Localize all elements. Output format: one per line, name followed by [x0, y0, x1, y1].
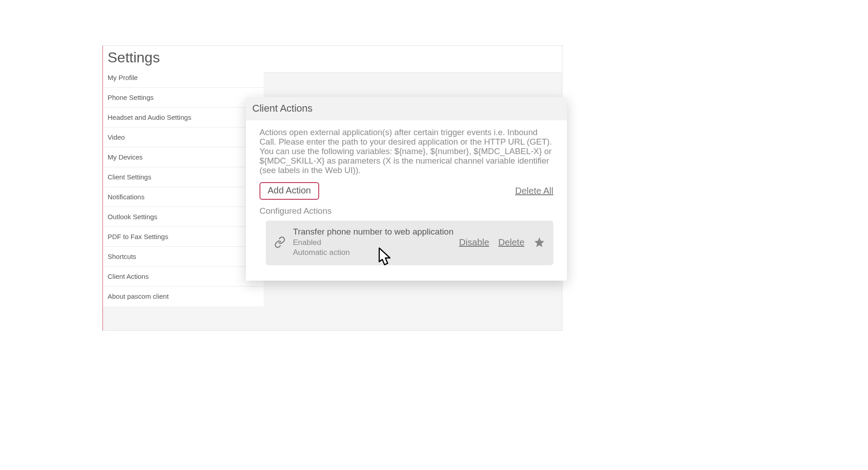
client-actions-panel: Client Actions Actions open external app… [246, 97, 567, 281]
sidebar-item-label: PDF to Fax Settings [108, 233, 168, 240]
sidebar-item-shortcuts[interactable]: Shortcuts [103, 247, 264, 267]
sidebar-item-my-devices[interactable]: My Devices [103, 147, 264, 167]
panel-title: Client Actions [246, 97, 567, 120]
sidebar-item-label: Shortcuts [108, 253, 136, 260]
sidebar-item-label: Outlook Settings [108, 213, 157, 221]
sidebar-item-client-actions[interactable]: Client Actions [103, 267, 264, 287]
sidebar-item-about[interactable]: About pascom client [103, 287, 264, 306]
sidebar-item-pdf-fax[interactable]: PDF to Fax Settings [103, 227, 264, 247]
sidebar-item-client-settings[interactable]: Client Settings [103, 167, 264, 187]
sidebar-item-label: My Profile [108, 74, 138, 81]
sidebar-item-outlook-settings[interactable]: Outlook Settings [103, 207, 264, 227]
sidebar-item-video[interactable]: Video [103, 127, 264, 147]
delete-all-link[interactable]: Delete All [515, 186, 554, 196]
sidebar-item-label: My Devices [108, 153, 143, 161]
page-title: Settings [108, 49, 557, 66]
sidebar-item-label: Phone Settings [108, 94, 154, 101]
sidebar-item-headset-audio[interactable]: Headset and Audio Settings [103, 108, 264, 127]
sidebar-item-label: About pascom client [108, 292, 169, 300]
action-text: Transfer phone number to web application… [293, 227, 459, 258]
star-icon[interactable] [533, 236, 545, 248]
panel-body: Actions open external application(s) aft… [246, 120, 567, 281]
delete-link[interactable]: Delete [498, 237, 524, 248]
configured-actions-label: Configured Actions [259, 206, 553, 216]
sidebar-item-label: Client Settings [108, 173, 151, 181]
action-status: Enabled [293, 238, 459, 248]
sidebar-item-label: Notifications [108, 193, 145, 201]
sidebar-item-label: Video [108, 133, 125, 141]
panel-description: Actions open external application(s) aft… [259, 127, 553, 175]
action-controls: Disable Delete [459, 236, 545, 248]
sidebar-item-label: Client Actions [108, 273, 149, 280]
action-bar: Add Action Delete All [259, 182, 553, 200]
action-card[interactable]: Transfer phone number to web application… [266, 221, 553, 265]
sidebar-item-phone-settings[interactable]: Phone Settings [103, 88, 264, 108]
link-icon [274, 236, 286, 248]
disable-link[interactable]: Disable [459, 237, 489, 248]
add-action-button[interactable]: Add Action [259, 182, 319, 200]
action-title: Transfer phone number to web application [293, 227, 459, 237]
sidebar-item-label: Headset and Audio Settings [108, 113, 191, 121]
action-type: Automatic action [293, 248, 459, 258]
sidebar-item-my-profile[interactable]: My Profile [103, 68, 264, 88]
settings-sidebar: My Profile Phone Settings Headset and Au… [103, 68, 264, 306]
sidebar-item-notifications[interactable]: Notifications [103, 187, 264, 207]
